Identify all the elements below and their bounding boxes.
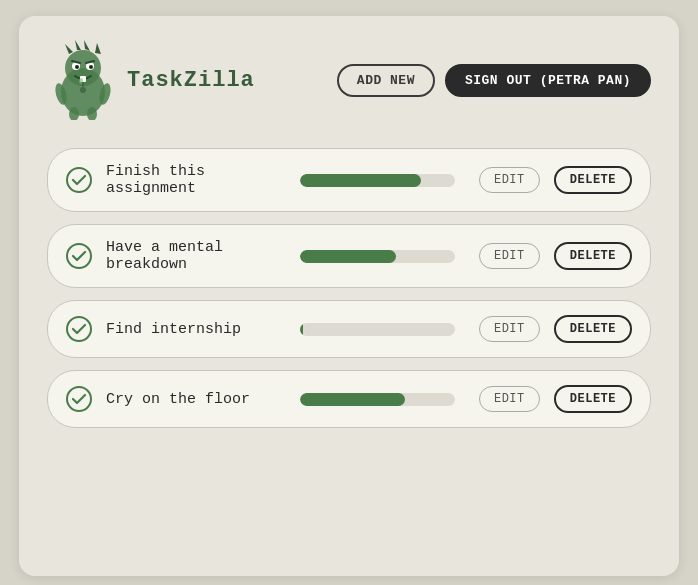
task-progress-bar <box>300 393 455 406</box>
edit-button[interactable]: EDIT <box>479 243 540 269</box>
header: TaskZilla ADD NEW SIGN OUT (PETRA PAN) <box>47 40 651 120</box>
task-check-icon <box>66 316 92 342</box>
svg-point-22 <box>67 317 91 341</box>
edit-button[interactable]: EDIT <box>479 386 540 412</box>
app-title: TaskZilla <box>127 68 255 93</box>
svg-marker-3 <box>75 40 81 50</box>
task-progress-fill <box>300 393 405 406</box>
task-progress-fill <box>300 174 421 187</box>
task-title: Have a mental breakdown <box>106 239 276 273</box>
task-list: Finish this assignment EDIT DELETE Have … <box>47 148 651 428</box>
add-new-button[interactable]: ADD NEW <box>337 64 435 97</box>
task-row: Have a mental breakdown EDIT DELETE <box>47 224 651 288</box>
sign-out-button[interactable]: SIGN OUT (PETRA PAN) <box>445 64 651 97</box>
task-check-icon <box>66 243 92 269</box>
edit-button[interactable]: EDIT <box>479 167 540 193</box>
task-check-icon <box>66 167 92 193</box>
task-row: Find internship EDIT DELETE <box>47 300 651 358</box>
task-check-icon <box>66 386 92 412</box>
task-progress-bar <box>300 174 455 187</box>
task-title: Cry on the floor <box>106 391 276 408</box>
svg-point-21 <box>67 244 91 268</box>
delete-button[interactable]: DELETE <box>554 385 632 413</box>
logo-icon <box>47 40 119 120</box>
svg-marker-4 <box>84 40 90 51</box>
svg-marker-2 <box>65 44 73 54</box>
edit-button[interactable]: EDIT <box>479 316 540 342</box>
delete-button[interactable]: DELETE <box>554 242 632 270</box>
logo-area: TaskZilla <box>47 40 255 120</box>
task-progress-bar <box>300 250 455 263</box>
task-title: Finish this assignment <box>106 163 276 197</box>
header-actions: ADD NEW SIGN OUT (PETRA PAN) <box>337 64 651 97</box>
task-progress-bar <box>300 323 455 336</box>
task-progress-fill <box>300 323 303 336</box>
task-progress-fill <box>300 250 396 263</box>
svg-point-18 <box>80 87 86 93</box>
delete-button[interactable]: DELETE <box>554 315 632 343</box>
svg-point-8 <box>75 65 79 69</box>
svg-marker-5 <box>95 43 101 54</box>
delete-button[interactable]: DELETE <box>554 166 632 194</box>
task-title: Find internship <box>106 321 276 338</box>
task-row: Finish this assignment EDIT DELETE <box>47 148 651 212</box>
task-row: Cry on the floor EDIT DELETE <box>47 370 651 428</box>
svg-point-20 <box>67 168 91 192</box>
svg-point-9 <box>89 65 93 69</box>
app-container: TaskZilla ADD NEW SIGN OUT (PETRA PAN) F… <box>19 16 679 576</box>
svg-point-23 <box>67 387 91 411</box>
